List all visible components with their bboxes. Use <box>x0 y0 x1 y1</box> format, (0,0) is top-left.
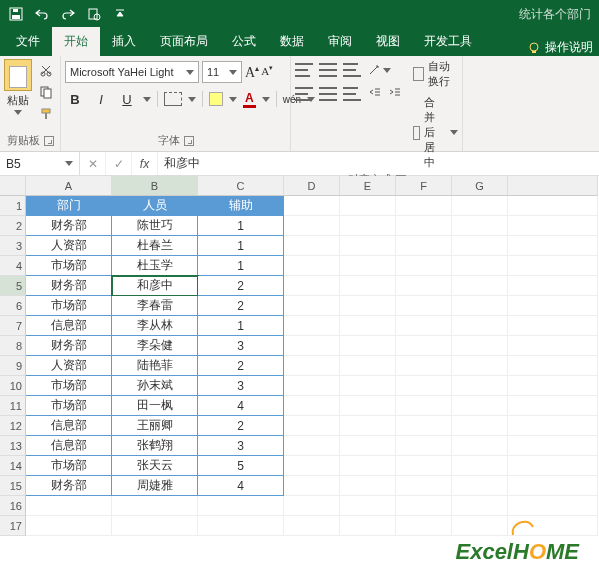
cell[interactable] <box>396 196 452 216</box>
clipboard-launcher[interactable] <box>44 136 54 146</box>
cell[interactable] <box>452 296 508 316</box>
cell[interactable] <box>340 336 396 356</box>
insert-function-button[interactable]: fx <box>132 152 158 175</box>
cell[interactable] <box>284 236 340 256</box>
tab-layout[interactable]: 页面布局 <box>148 27 220 56</box>
cell[interactable]: 周婕雅 <box>112 476 198 496</box>
chevron-down-icon[interactable] <box>262 97 270 102</box>
cell[interactable]: 市场部 <box>26 376 112 396</box>
column-header[interactable]: B <box>112 176 198 196</box>
cell[interactable]: 杜春兰 <box>112 236 198 256</box>
cell[interactable] <box>396 356 452 376</box>
cell[interactable]: 市场部 <box>26 256 112 276</box>
cell[interactable] <box>452 196 508 216</box>
row-header[interactable]: 6 <box>0 296 26 316</box>
redo-icon[interactable] <box>60 6 76 22</box>
row-header[interactable]: 9 <box>0 356 26 376</box>
cell[interactable] <box>284 356 340 376</box>
cell[interactable] <box>284 336 340 356</box>
cell[interactable]: 李从林 <box>112 316 198 336</box>
orientation-button[interactable] <box>367 63 391 77</box>
row-header[interactable]: 2 <box>0 216 26 236</box>
cell[interactable]: 王丽卿 <box>112 416 198 436</box>
column-header[interactable]: C <box>198 176 284 196</box>
cell[interactable] <box>452 356 508 376</box>
column-header[interactable]: F <box>396 176 452 196</box>
tab-insert[interactable]: 插入 <box>100 27 148 56</box>
cell[interactable] <box>508 256 598 276</box>
font-color-button[interactable]: A <box>243 91 256 108</box>
cells-grid[interactable]: 部门人员辅助财务部陈世巧1人资部杜春兰1市场部杜玉学1财务部和彦中2市场部李春雷… <box>26 196 598 536</box>
formula-bar[interactable]: 和彦中 <box>158 152 599 175</box>
cell[interactable] <box>340 376 396 396</box>
cell[interactable] <box>452 396 508 416</box>
row-header[interactable]: 13 <box>0 436 26 456</box>
cell[interactable] <box>396 316 452 336</box>
cell[interactable] <box>340 276 396 296</box>
paste-button[interactable]: 粘贴 <box>4 59 32 115</box>
cell[interactable] <box>508 356 598 376</box>
cell[interactable] <box>452 456 508 476</box>
row-header[interactable]: 15 <box>0 476 26 496</box>
underline-button[interactable]: U <box>117 89 137 109</box>
fill-color-button[interactable] <box>209 92 223 106</box>
cell[interactable]: 财务部 <box>26 276 112 296</box>
cancel-formula-button[interactable]: ✕ <box>80 152 106 175</box>
cell[interactable] <box>284 376 340 396</box>
cell[interactable] <box>452 516 508 536</box>
cell[interactable]: 和彦中 <box>112 276 198 296</box>
row-header[interactable]: 11 <box>0 396 26 416</box>
cell[interactable] <box>284 276 340 296</box>
cell[interactable] <box>284 496 340 516</box>
tab-view[interactable]: 视图 <box>364 27 412 56</box>
chevron-down-icon[interactable] <box>229 97 237 102</box>
cell[interactable] <box>284 196 340 216</box>
tell-me[interactable]: 操作说明 <box>521 39 599 56</box>
cell[interactable]: 1 <box>198 256 284 276</box>
cell[interactable] <box>340 456 396 476</box>
undo-icon[interactable] <box>34 6 50 22</box>
cell[interactable] <box>508 316 598 336</box>
cell[interactable] <box>340 496 396 516</box>
row-header[interactable]: 4 <box>0 256 26 276</box>
cell[interactable] <box>508 436 598 456</box>
tab-formulas[interactable]: 公式 <box>220 27 268 56</box>
row-header[interactable]: 10 <box>0 376 26 396</box>
name-box[interactable]: B5 <box>0 152 80 175</box>
cell[interactable]: 信息部 <box>26 316 112 336</box>
select-all-corner[interactable] <box>0 176 26 196</box>
cell[interactable] <box>452 376 508 396</box>
cut-button[interactable] <box>36 61 56 79</box>
cell[interactable]: 李朵健 <box>112 336 198 356</box>
cell[interactable] <box>396 336 452 356</box>
cell[interactable]: 3 <box>198 436 284 456</box>
cell[interactable]: 信息部 <box>26 436 112 456</box>
cell[interactable] <box>452 236 508 256</box>
cell[interactable]: 市场部 <box>26 296 112 316</box>
cell[interactable] <box>284 396 340 416</box>
cell[interactable] <box>508 396 598 416</box>
row-header[interactable]: 8 <box>0 336 26 356</box>
cell[interactable] <box>284 456 340 476</box>
increase-indent-button[interactable] <box>387 85 401 102</box>
cell[interactable]: 陆艳菲 <box>112 356 198 376</box>
row-header[interactable]: 14 <box>0 456 26 476</box>
tab-file[interactable]: 文件 <box>4 27 52 56</box>
cell[interactable]: 2 <box>198 356 284 376</box>
cell[interactable]: 2 <box>198 276 284 296</box>
cell[interactable] <box>396 496 452 516</box>
cell[interactable] <box>452 336 508 356</box>
cell[interactable] <box>508 296 598 316</box>
cell[interactable] <box>452 496 508 516</box>
cell[interactable] <box>340 196 396 216</box>
cell[interactable] <box>396 476 452 496</box>
row-header[interactable]: 7 <box>0 316 26 336</box>
cell[interactable] <box>396 416 452 436</box>
cell[interactable] <box>284 316 340 336</box>
cell[interactable]: 财务部 <box>26 336 112 356</box>
cell[interactable] <box>396 256 452 276</box>
tab-home[interactable]: 开始 <box>52 27 100 56</box>
cell[interactable]: 人资部 <box>26 356 112 376</box>
column-header[interactable]: D <box>284 176 340 196</box>
cell[interactable]: 5 <box>198 456 284 476</box>
